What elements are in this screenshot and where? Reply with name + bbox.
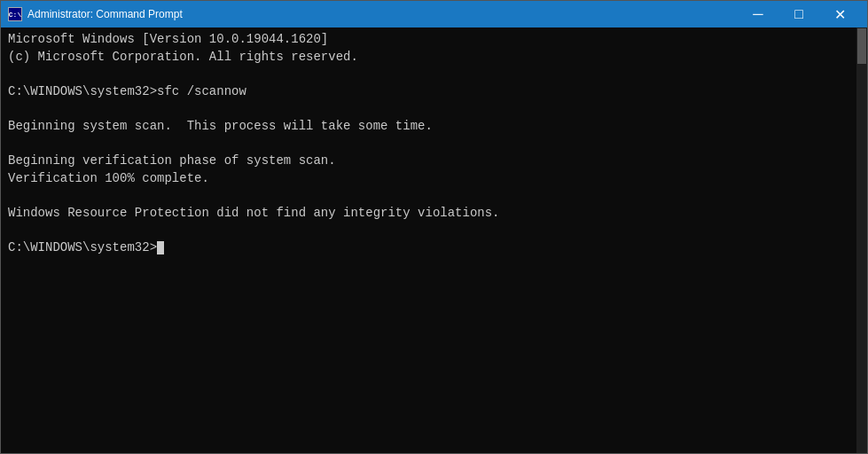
title-bar-controls: ─ □ ✕ [738, 1, 860, 27]
title-bar-left: C:\ Administrator: Command Prompt [8, 7, 183, 21]
terminal-line: C:\WINDOWS\system32>sfc /scannow [8, 83, 860, 101]
terminal-line [8, 223, 860, 240]
minimize-button[interactable]: ─ [738, 1, 778, 27]
window-title: Administrator: Command Prompt [27, 8, 183, 20]
close-button[interactable]: ✕ [819, 1, 860, 27]
terminal-line: Beginning verification phase of system s… [8, 153, 860, 170]
terminal-line [8, 136, 860, 153]
terminal-line: Verification 100% complete. [8, 170, 860, 188]
terminal-line: Windows Resource Protection did not find… [8, 205, 860, 223]
terminal-output: Microsoft Windows [Version 10.0.19044.16… [8, 31, 860, 257]
terminal-line [8, 66, 860, 83]
cmd-window: C:\ Administrator: Command Prompt ─ □ ✕ … [0, 0, 868, 454]
maximize-button[interactable]: □ [778, 1, 819, 27]
terminal-line: C:\WINDOWS\system32> [8, 239, 860, 257]
terminal-line: (c) Microsoft Corporation. All rights re… [8, 49, 860, 67]
cursor [157, 241, 164, 254]
terminal-body[interactable]: Microsoft Windows [Version 10.0.19044.16… [1, 27, 867, 453]
title-bar: C:\ Administrator: Command Prompt ─ □ ✕ [1, 1, 867, 27]
terminal-line [8, 100, 860, 118]
scrollbar[interactable] [856, 27, 867, 453]
cmd-icon: C:\ [8, 7, 22, 21]
terminal-line: Beginning system scan. This process will… [8, 118, 860, 136]
terminal-line [8, 187, 860, 205]
terminal-line: Microsoft Windows [Version 10.0.19044.16… [8, 31, 860, 49]
scrollbar-thumb[interactable] [857, 28, 866, 64]
